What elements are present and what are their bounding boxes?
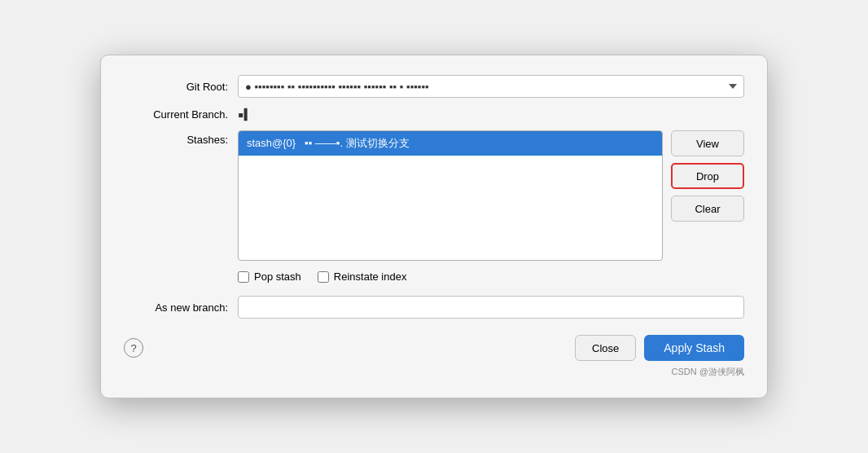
git-root-content: ● ▪▪▪▪▪▪▪▪ ▪▪ ▪▪▪▪▪▪▪▪▪▪ ▪▪▪▪▪▪ ▪▪▪▪▪▪ ▪… <box>238 75 744 98</box>
current-branch-row: Current Branch. ▪▌ <box>124 108 744 121</box>
reinstate-index-group[interactable]: Reinstate index <box>318 270 407 283</box>
footer-left: ? <box>124 338 143 358</box>
checkboxes-row: Pop stash Reinstate index <box>124 270 744 283</box>
pop-stash-group[interactable]: Pop stash <box>238 270 301 283</box>
reinstate-index-checkbox[interactable] <box>318 271 329 283</box>
footer: ? Close Apply Stash <box>124 335 744 361</box>
as-new-branch-label: As new branch: <box>124 301 238 314</box>
stashes-row: Stashes: stash@{0} ▪▪ ——▪. 测试切换分支 View D… <box>124 130 744 261</box>
apply-stash-button[interactable]: Apply Stash <box>644 335 744 361</box>
view-button[interactable]: View <box>671 130 744 156</box>
stash-id: stash@{0} <box>247 137 296 149</box>
stashes-buttons: View Drop Clear <box>671 130 744 261</box>
current-branch-label: Current Branch. <box>124 108 238 121</box>
stashes-list[interactable]: stash@{0} ▪▪ ——▪. 测试切换分支 <box>238 130 663 261</box>
clear-button[interactable]: Clear <box>671 196 744 222</box>
git-root-select[interactable]: ● ▪▪▪▪▪▪▪▪ ▪▪ ▪▪▪▪▪▪▪▪▪▪ ▪▪▪▪▪▪ ▪▪▪▪▪▪ ▪… <box>238 75 744 98</box>
git-root-label: Git Root: <box>124 81 238 93</box>
reinstate-index-label: Reinstate index <box>334 270 407 283</box>
footer-right: Close Apply Stash <box>575 335 744 361</box>
as-new-branch-row: As new branch: <box>124 296 744 319</box>
current-branch-content: ▪▌ <box>238 108 744 121</box>
pop-stash-label: Pop stash <box>254 270 301 283</box>
pop-stash-checkbox[interactable] <box>238 271 249 283</box>
watermark: CSDN @游侠阿枫 <box>124 366 744 378</box>
drop-button[interactable]: Drop <box>671 163 744 189</box>
stash-description: ▪▪ ——▪. 测试切换分支 <box>305 137 410 149</box>
stash-item[interactable]: stash@{0} ▪▪ ——▪. 测试切换分支 <box>239 131 662 156</box>
stashes-content: stash@{0} ▪▪ ——▪. 测试切换分支 View Drop Clear <box>238 130 744 261</box>
as-new-branch-input[interactable] <box>238 296 744 319</box>
current-branch-value: ▪▌ <box>238 108 251 121</box>
as-new-branch-content <box>238 296 744 319</box>
apply-stash-dialog: Git Root: ● ▪▪▪▪▪▪▪▪ ▪▪ ▪▪▪▪▪▪▪▪▪▪ ▪▪▪▪▪… <box>100 55 768 398</box>
close-button[interactable]: Close <box>575 335 636 361</box>
stashes-label: Stashes: <box>124 130 238 146</box>
help-button[interactable]: ? <box>124 338 143 358</box>
git-root-row: Git Root: ● ▪▪▪▪▪▪▪▪ ▪▪ ▪▪▪▪▪▪▪▪▪▪ ▪▪▪▪▪… <box>124 75 744 98</box>
